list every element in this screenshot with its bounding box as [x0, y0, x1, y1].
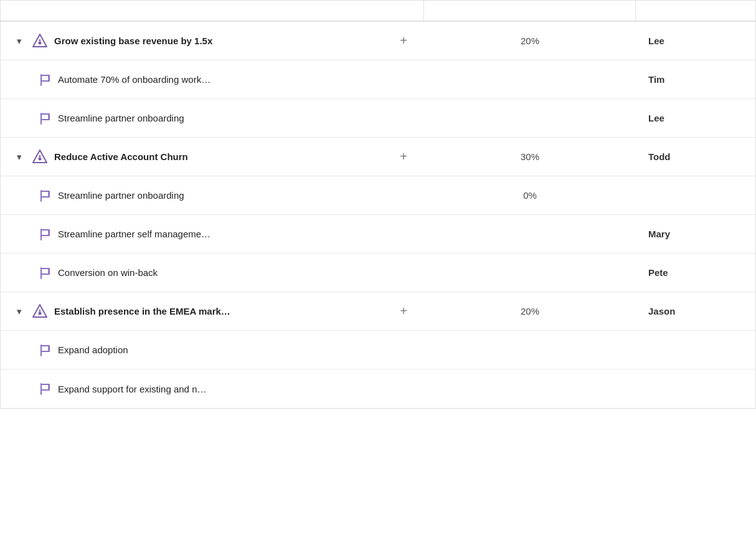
- kr-label: Expand adoption: [58, 345, 412, 355]
- allocation-cell: [424, 341, 636, 359]
- kr-row-main: Streamline partner onboarding: [1, 180, 424, 211]
- kr-icon: [38, 189, 52, 202]
- table-row: ▾ Establish presence in the EMEA mark…+2…: [1, 292, 755, 331]
- add-kr-button[interactable]: +: [395, 149, 412, 165]
- allocation-cell: [424, 71, 636, 88]
- kr-label: Conversion on win-back: [58, 267, 412, 278]
- owner-cell: [636, 187, 756, 204]
- table-row: Streamline partner onboardingLee: [1, 99, 755, 138]
- objective-row-main: ▾ Reduce Active Account Churn+: [1, 140, 424, 174]
- table-row: Expand support for existing and n…: [1, 369, 755, 408]
- svg-point-6: [39, 157, 42, 160]
- table-row: Expand adoption: [1, 331, 755, 369]
- svg-point-12: [39, 311, 42, 315]
- allocation-cell: [424, 380, 636, 397]
- kr-label: Expand support for existing and n…: [58, 384, 412, 394]
- table-row: ▾ Reduce Active Account Churn+30%Todd: [1, 138, 755, 176]
- kr-row-main: Automate 70% of onboarding work…: [1, 64, 424, 95]
- header-breadcrumb: [1, 1, 424, 21]
- owner-cell: Pete: [636, 259, 756, 287]
- chevron-down-icon[interactable]: ▾: [13, 35, 26, 47]
- objective-row-main: ▾ Establish presence in the EMEA mark…+: [1, 295, 424, 328]
- objective-label: Reduce Active Account Churn: [54, 151, 385, 162]
- kr-icon: [38, 112, 52, 125]
- objective-icon: [32, 149, 48, 165]
- objective-row-main: ▾ Grow existing base revenue by 1.5x+: [1, 24, 424, 58]
- owner-cell: [636, 380, 756, 397]
- table-row: ▾ Grow existing base revenue by 1.5x+20%…: [1, 22, 755, 60]
- owner-cell: Lee: [636, 27, 756, 55]
- table-row: Streamline partner onboarding0%: [1, 176, 755, 215]
- kr-label: Automate 70% of onboarding work…: [58, 74, 412, 85]
- allocation-cell: [424, 110, 636, 127]
- allocation-cell: 20%: [424, 27, 636, 55]
- table-row: Streamline partner self manageme…Mary: [1, 215, 755, 254]
- kr-row-main: Expand support for existing and n…: [1, 373, 424, 404]
- owner-cell: Todd: [636, 143, 756, 171]
- objective-label: Establish presence in the EMEA mark…: [54, 306, 385, 316]
- owner-cell: Jason: [636, 297, 756, 325]
- kr-label: Streamline partner onboarding: [58, 113, 412, 123]
- objective-icon: [32, 33, 48, 49]
- owner-cell: [636, 341, 756, 359]
- okr-table: ▾ Grow existing base revenue by 1.5x+20%…: [0, 0, 756, 409]
- header-owner: [636, 1, 756, 21]
- owner-cell: Tim: [636, 65, 756, 93]
- kr-row-main: Expand adoption: [1, 335, 424, 366]
- kr-label: Streamline partner onboarding: [58, 190, 412, 201]
- table-row: Conversion on win-backPete: [1, 254, 755, 292]
- kr-label: Streamline partner self manageme…: [58, 229, 412, 239]
- add-kr-button[interactable]: +: [395, 33, 412, 49]
- kr-icon: [38, 73, 52, 87]
- table-row: Automate 70% of onboarding work…Tim: [1, 60, 755, 99]
- allocation-cell: [424, 264, 636, 282]
- allocation-cell: 20%: [424, 297, 636, 325]
- kr-icon: [38, 382, 52, 396]
- kr-row-main: Streamline partner onboarding: [1, 103, 424, 134]
- chevron-down-icon[interactable]: ▾: [13, 151, 26, 163]
- owner-cell: Lee: [636, 104, 756, 132]
- allocation-cell: 0%: [424, 181, 636, 209]
- header-allocation: [424, 1, 636, 21]
- kr-row-main: Streamline partner self manageme…: [1, 219, 424, 250]
- objective-label: Grow existing base revenue by 1.5x: [54, 36, 385, 46]
- table-body: ▾ Grow existing base revenue by 1.5x+20%…: [1, 22, 755, 408]
- owner-cell: Mary: [636, 220, 756, 248]
- kr-icon: [38, 343, 52, 357]
- svg-point-1: [39, 41, 42, 44]
- chevron-down-icon[interactable]: ▾: [13, 305, 26, 318]
- table-header: [1, 1, 755, 22]
- kr-icon: [38, 266, 52, 280]
- allocation-cell: [424, 226, 636, 243]
- objective-icon: [32, 303, 48, 320]
- allocation-cell: 30%: [424, 143, 636, 171]
- kr-icon: [38, 227, 52, 241]
- add-kr-button[interactable]: +: [395, 303, 412, 320]
- kr-row-main: Conversion on win-back: [1, 257, 424, 288]
